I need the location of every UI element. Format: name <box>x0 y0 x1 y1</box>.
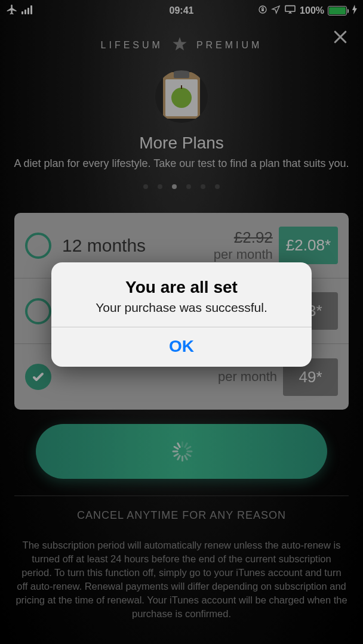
alert-ok-button[interactable]: OK <box>51 327 312 367</box>
success-alert: You are all set Your purchase was succes… <box>51 262 312 367</box>
alert-message: Your purchase was successful. <box>63 301 300 315</box>
alert-title: You are all set <box>63 278 300 297</box>
